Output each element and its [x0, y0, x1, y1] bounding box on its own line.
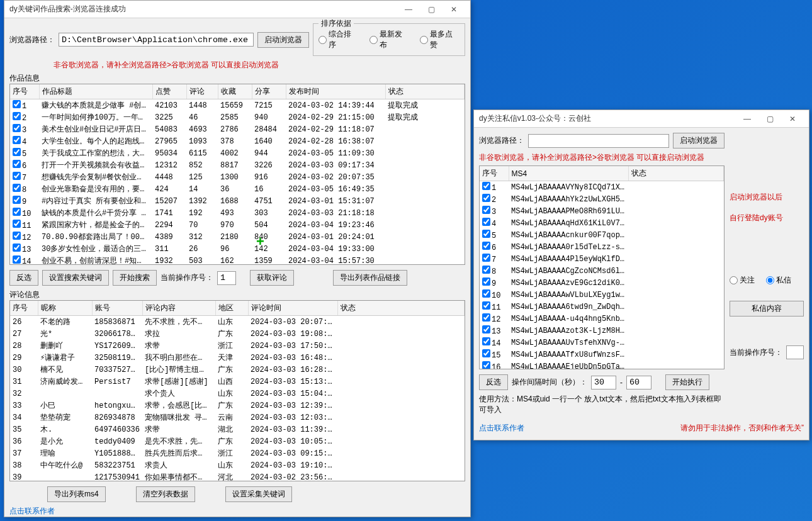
table-row[interactable]: 5MS4wLjABAAAAcnkur00F7qopeq…	[480, 229, 724, 241]
table-row[interactable]: 1赚大钱的本质就是少做事 #创…4210314481565972152024-0…	[10, 99, 465, 112]
row-checkbox[interactable]	[482, 337, 490, 345]
table-row[interactable]: 2MS4wLjABAAAAhYk2zUwLXGH5BV…	[480, 193, 724, 205]
row-checkbox[interactable]	[13, 136, 21, 144]
table-row[interactable]: 4大学生创业。每个人的起跑线…27965109337816402024-02-2…	[10, 135, 465, 147]
table-row[interactable]: 7MS4wLjABAAAA4Pl5eyWqKlfDQM…	[480, 253, 724, 265]
col-header[interactable]: 状态	[337, 301, 465, 316]
col-header[interactable]: 发布时间	[286, 84, 385, 99]
comments-table[interactable]: 序号昵称账号评论内容地区评论时间状态 26不老的路185836871先不求胜，先…	[9, 300, 465, 481]
row-checkbox[interactable]	[13, 148, 21, 156]
row-checkbox[interactable]	[482, 230, 490, 238]
table-row[interactable]: 38中午吃什么@583223751求贵人山东2024-03-03 19:10:0…	[10, 459, 465, 471]
col-header[interactable]: 昵称	[38, 301, 92, 316]
col-header[interactable]: 序号	[10, 84, 39, 99]
col-header[interactable]: 收藏	[218, 84, 252, 99]
contact-author-link[interactable]: 点击联系作者	[479, 423, 524, 434]
row-checkbox[interactable]	[13, 112, 21, 120]
row-checkbox[interactable]	[482, 313, 490, 322]
table-row[interactable]: 1MS4wLjABAAAAVYNy8ICQd71X-n…	[480, 181, 724, 194]
table-row[interactable]: 6打开一个开关视频就会有收益…12312852881732262024-03-0…	[10, 159, 465, 171]
start-search-button[interactable]: 开始搜索	[113, 270, 157, 286]
row-checkbox[interactable]	[482, 242, 490, 250]
close-button[interactable]: ✕	[781, 111, 804, 126]
sort-comprehensive[interactable]: 综合排序	[319, 29, 358, 50]
browser-path-input[interactable]	[59, 33, 254, 47]
table-row[interactable]: 2一年时间如何挣100万。一年…32254625859402024-02-29 …	[10, 111, 465, 123]
table-row[interactable]: 15MS4wLjABAAAATfxU8ufWnzsFbe…	[480, 349, 724, 361]
table-row[interactable]: 5关于我成立工作室的想法，大…95034611540029442024-03-0…	[10, 147, 465, 159]
table-row[interactable]: 16MS4wLjABAAAAEjeUbDn5pGTaTX…	[480, 361, 724, 369]
maximize-button[interactable]: ▢	[758, 111, 781, 126]
table-row[interactable]: 9MS4wLjABAAAAzvE9Gc12diK00x…	[480, 277, 724, 289]
table-row[interactable]: 31济南威岭发…Persist7求带[感谢][感谢]山西2024-03-03 1…	[10, 376, 465, 388]
col-header[interactable]: MS4	[509, 166, 628, 181]
row-checkbox[interactable]	[13, 208, 21, 216]
table-row[interactable]: 6MS4wLjABAAAA0rl5dTeLzz-sey…	[480, 241, 724, 253]
get-comments-button[interactable]: 获取评论	[250, 270, 294, 286]
table-row[interactable]: 32求个贵人山东2024-03-03 15:04:17	[10, 388, 465, 400]
row-checkbox[interactable]	[482, 349, 490, 357]
table-row[interactable]: 3美术生创业#创业日记#开店日…5408346932786284842024-0…	[10, 123, 465, 135]
table-row[interactable]: 1330多岁女性创业，最适合的三…31126961422024-03-04 19…	[10, 243, 465, 255]
launch-browser-button[interactable]: 启动浏览器	[673, 133, 725, 148]
minimize-button[interactable]: —	[736, 111, 758, 126]
ms4-table[interactable]: 序号MS4状态 1MS4wLjABAAAAVYNy8ICQd71X-n…2MS4…	[479, 165, 725, 369]
table-row[interactable]: 36是小允teddy0409是先不求胜，先…广东2024-03-03 10:05…	[10, 435, 465, 447]
table-row[interactable]: 4MS4wLjABAAAAqHdX61KiL0V7LE…	[480, 217, 724, 229]
row-checkbox[interactable]	[482, 301, 490, 310]
col-header[interactable]: 账号	[92, 301, 142, 316]
row-checkbox[interactable]	[482, 194, 490, 202]
table-row[interactable]: 29⚡谦谦君子32508119675我不明白那些在…天津2024-03-03 1…	[10, 352, 465, 364]
launch-browser-button[interactable]: 启动浏览器	[257, 32, 309, 48]
row-checkbox[interactable]	[482, 361, 490, 369]
sort-most-like[interactable]: 最多点赞	[420, 29, 460, 50]
table-row[interactable]: 8创业光靠勤奋是没有用的，要…4241436162024-03-05 16:49…	[10, 183, 465, 195]
row-checkbox[interactable]	[482, 254, 490, 262]
table-row[interactable]: 37理喻Y1051888327胜兵先胜而后求…浙江2024-03-03 09:1…	[10, 447, 465, 459]
minimize-button[interactable]: —	[397, 2, 420, 17]
table-row[interactable]: 30楠不见70337527691[比心]帮博主纽…广东2024-03-03 16…	[10, 364, 465, 376]
current-op-input[interactable]	[217, 271, 236, 285]
col-header[interactable]: 点赞	[152, 84, 186, 99]
table-row[interactable]: 28删删吖YS172609…求带浙江2024-03-03 17:50:20	[10, 340, 465, 352]
export-ms4-button[interactable]: 导出列表ms4	[47, 486, 106, 502]
col-header[interactable]: 状态	[628, 166, 724, 181]
dm-content-button[interactable]: 私信内容	[730, 301, 804, 317]
row-checkbox[interactable]	[13, 255, 21, 264]
col-header[interactable]: 评论内容	[142, 301, 215, 316]
contact-author-link[interactable]: 点击联系作者	[9, 506, 465, 517]
col-header[interactable]: 序号	[480, 166, 509, 181]
col-header[interactable]: 分享	[252, 84, 286, 99]
row-checkbox[interactable]	[482, 206, 490, 214]
table-row[interactable]: 34垫垫萌宠826934878宠物猫咪批发 寻…云南2024-03-03 12:…	[10, 412, 465, 423]
row-checkbox[interactable]	[482, 277, 490, 286]
table-row[interactable]: 10缺钱的本质是什么#干货分享 …17411924933032024-03-03…	[10, 207, 465, 219]
table-row[interactable]: 33小巳hetongxu…求带，会感恩[比心]广东2024-03-03 12:3…	[10, 400, 465, 412]
row-checkbox[interactable]	[13, 124, 21, 132]
option-follow[interactable]: 关注	[730, 275, 755, 286]
maximize-button[interactable]: ▢	[420, 2, 443, 17]
table-row[interactable]: 7想赚钱先学会复制#餐饮创业…444812513009162024-03-02 …	[10, 171, 465, 183]
row-checkbox[interactable]	[13, 232, 21, 240]
table-row[interactable]: 8MS4wLjABAAAACgZcoNCMsd6lm…	[480, 265, 724, 277]
row-checkbox[interactable]	[482, 266, 490, 274]
row-checkbox[interactable]	[482, 289, 490, 298]
table-row[interactable]: 10MS4wLjABAAAAwVLbuLXEyg1w-x…	[480, 289, 724, 301]
interval-min-input[interactable]	[591, 376, 616, 389]
sort-newest[interactable]: 最新发布	[369, 29, 409, 50]
table-row[interactable]: 13MS4wLjABAAAAzot3K-LjzM8H_P…	[480, 325, 724, 337]
interval-max-input[interactable]	[626, 376, 651, 389]
table-row[interactable]: 3MS4wLjABAAAAPMeO8Rh691LUnd…	[480, 205, 724, 217]
clear-list-button[interactable]: 清空列表数据	[136, 486, 195, 502]
row-checkbox[interactable]	[13, 184, 21, 192]
table-row[interactable]: 14创业不易，创前请深思！#知…193250316213592024-03-04…	[10, 255, 465, 265]
col-header[interactable]: 作品标题	[39, 84, 152, 99]
table-row[interactable]: 27光*32066178464求拉广东2024-03-03 19:08:30	[10, 328, 465, 340]
current-op-input[interactable]	[786, 345, 804, 359]
row-checkbox[interactable]	[13, 160, 21, 168]
invert-select-button[interactable]: 反选	[9, 270, 38, 286]
table-row[interactable]: 12MS4wLjABAAAA-u4q4hng5Knb2h…	[480, 313, 724, 325]
start-execute-button[interactable]: 开始执行	[665, 374, 709, 390]
row-checkbox[interactable]	[13, 220, 21, 228]
table-row[interactable]: 14MS4wLjABAAAAUvTsfehXNVg-7Z…	[480, 337, 724, 349]
